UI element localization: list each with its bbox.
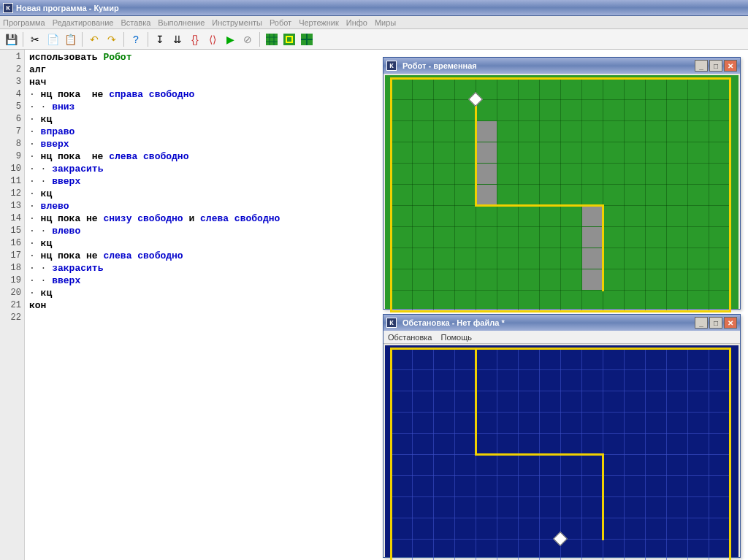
painted-cell <box>476 185 497 205</box>
environment-window[interactable]: К Обстановка - Нет файла * _ □ ✕ Обстано… <box>383 314 741 558</box>
code-line: · кц <box>29 113 380 126</box>
wall <box>602 204 604 291</box>
code-editor[interactable]: 12345678910111213141516171819202122 испо… <box>0 50 380 560</box>
environment-window-title: Обстановка - Нет файла * <box>402 318 692 327</box>
menu-программа[interactable]: Программа <box>3 18 45 27</box>
wall <box>390 348 731 350</box>
menu-чертежник[interactable]: Чертежник <box>299 18 339 27</box>
brackets2-icon[interactable]: ⟨⟩ <box>205 31 221 47</box>
painted-cell <box>476 164 497 184</box>
code-area[interactable]: использовать Роботалгнач· нц пока не спр… <box>25 50 380 560</box>
cut-icon[interactable]: ✂ <box>27 31 43 47</box>
code-line: · нц пока не снизу свободно и слева своб… <box>29 212 380 225</box>
code-line: · нц пока не слева свободно <box>29 150 380 163</box>
redo-icon[interactable]: ↷ <box>104 31 120 47</box>
wall <box>390 348 392 560</box>
robot-window[interactable]: К Робот - временная _ □ ✕ <box>383 57 741 310</box>
undo-icon[interactable]: ↶ <box>86 31 102 47</box>
code-line: использовать Робот <box>29 51 380 64</box>
wall <box>475 453 604 456</box>
help-icon[interactable]: ? <box>128 31 144 47</box>
code-line: · вправо <box>29 126 380 138</box>
menu-робот[interactable]: Робот <box>270 18 291 27</box>
menu-инструменты[interactable]: Инструменты <box>212 18 262 27</box>
minimize-icon[interactable]: _ <box>695 317 708 329</box>
code-line: · · вверх <box>29 275 380 287</box>
code-line: · влево <box>29 200 380 212</box>
code-line: · кц <box>29 237 380 250</box>
menu-миры[interactable]: Миры <box>375 18 396 27</box>
wall <box>729 77 731 312</box>
code-line: алг <box>29 64 380 76</box>
main-titlebar: К Новая программа - Кумир <box>0 0 748 16</box>
painted-cell <box>476 142 497 163</box>
copy-icon[interactable]: 📄 <box>45 31 61 47</box>
wall <box>475 204 604 207</box>
workspace: 12345678910111213141516171819202122 испо… <box>0 50 748 560</box>
code-line: нач <box>29 76 380 88</box>
code-line: · · закрасить <box>29 163 380 175</box>
app-icon: К <box>386 318 397 328</box>
brackets1-icon[interactable]: {} <box>187 31 203 47</box>
environment-grid[interactable] <box>385 345 739 557</box>
code-line: кон <box>29 299 380 312</box>
code-line: · кц <box>29 287 380 299</box>
robot-window-titlebar[interactable]: К Робот - временная _ □ ✕ <box>383 58 740 74</box>
minimize-icon[interactable]: _ <box>695 60 708 72</box>
wall <box>390 77 392 312</box>
robot-marker <box>553 532 568 546</box>
painted-cell <box>582 269 603 290</box>
close-icon[interactable]: ✕ <box>724 317 737 329</box>
painted-cell <box>476 121 497 142</box>
line-gutter: 12345678910111213141516171819202122 <box>0 50 25 560</box>
grid3-icon[interactable] <box>299 31 315 47</box>
painted-cell <box>582 206 603 226</box>
menu-выполнение[interactable]: Выполнение <box>158 18 205 27</box>
wall <box>729 348 731 560</box>
environment-window-titlebar[interactable]: К Обстановка - Нет файла * _ □ ✕ <box>383 315 740 331</box>
code-line: · кц <box>29 188 380 200</box>
environment-menu: ОбстановкаПомощь <box>383 331 740 344</box>
wall <box>475 99 477 207</box>
envmenu-помощь[interactable]: Помощь <box>440 333 472 342</box>
maximize-icon[interactable]: □ <box>709 60 722 72</box>
code-line: · нц пока не справа свободно <box>29 88 380 101</box>
stop-icon[interactable]: ⊘ <box>240 31 256 47</box>
grid2-icon[interactable] <box>281 31 297 47</box>
robot-marker <box>468 92 483 107</box>
app-icon: К <box>3 3 13 13</box>
code-line <box>29 312 380 324</box>
code-line: · · вниз <box>29 101 380 113</box>
menu-вставка[interactable]: Вставка <box>121 18 150 27</box>
run-into-icon[interactable]: ⇊ <box>169 31 186 47</box>
maximize-icon[interactable]: □ <box>709 317 722 329</box>
svg-rect-1 <box>283 34 295 45</box>
wall <box>390 77 731 80</box>
wall <box>602 453 604 540</box>
app-title: Новая программа - Кумир <box>16 4 119 12</box>
run-step-icon[interactable]: ↧ <box>152 31 168 47</box>
save-icon[interactable]: 💾 <box>3 31 19 47</box>
code-line: · нц пока не слева свободно <box>29 250 380 262</box>
run-icon[interactable]: ▶ <box>222 31 238 47</box>
toolbar: 💾 ✂ 📄 📋 ↶ ↷ ? ↧ ⇊ {} ⟨⟩ ▶ ⊘ <box>0 29 748 50</box>
menubar: ПрограммаРедактированиеВставкаВыполнение… <box>0 16 748 29</box>
code-line: · · закрасить <box>29 262 380 275</box>
painted-cell <box>582 227 603 248</box>
wall <box>475 348 477 456</box>
paste-icon[interactable]: 📋 <box>62 31 78 47</box>
code-line: · · вверх <box>29 175 380 188</box>
robot-grid[interactable] <box>385 75 739 309</box>
close-icon[interactable]: ✕ <box>724 60 737 72</box>
app-icon: К <box>386 61 397 71</box>
envmenu-обстановка[interactable]: Обстановка <box>388 333 432 342</box>
grid1-icon[interactable] <box>264 31 280 47</box>
svg-rect-0 <box>266 34 278 45</box>
robot-window-title: Робот - временная <box>402 61 692 70</box>
wall <box>390 310 731 312</box>
painted-cell <box>582 248 603 269</box>
menu-редактирование[interactable]: Редактирование <box>53 18 114 27</box>
code-line: · вверх <box>29 138 380 150</box>
menu-инфо[interactable]: Инфо <box>346 18 367 27</box>
code-line: · · влево <box>29 225 380 237</box>
